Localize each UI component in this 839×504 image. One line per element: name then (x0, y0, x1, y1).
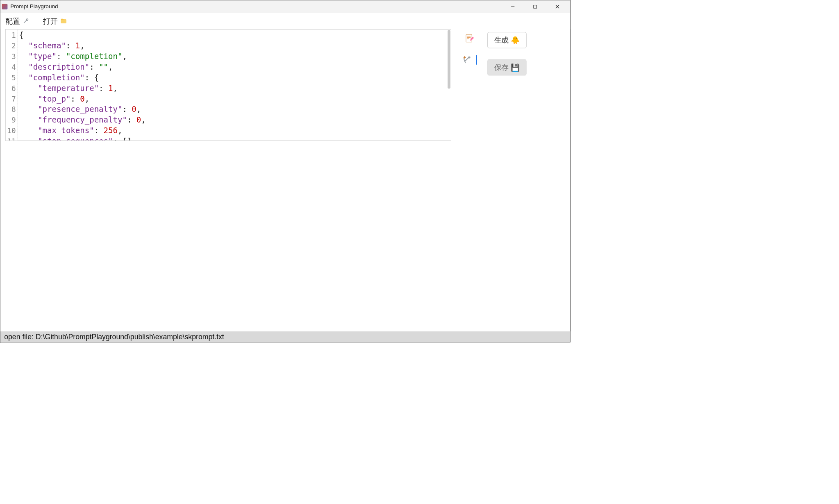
menu-config-label: 配置 (5, 16, 20, 26)
minimize-icon (511, 5, 515, 9)
generate-button[interactable]: 生成 🐥 (487, 32, 526, 48)
maximize-icon (533, 5, 537, 9)
svg-rect-1 (534, 5, 537, 8)
minimize-button[interactable] (507, 2, 518, 11)
app-icon (2, 4, 8, 9)
titlebar: Prompt Playground (0, 0, 571, 13)
save-label: 保存 (494, 63, 509, 73)
menubar: 配置 打开 (0, 13, 571, 29)
chick-icon: 🐥 (511, 36, 520, 44)
save-button[interactable]: 保存 💾 (487, 59, 526, 75)
edit-document-icon (464, 34, 474, 43)
action-buttons: 生成 🐥 保存 💾 (487, 29, 526, 328)
text-cursor-indicator (476, 55, 477, 65)
menu-config[interactable]: 配置 (5, 16, 29, 26)
tools-icon (462, 55, 472, 65)
line-gutter: 1234567891011 (6, 30, 18, 141)
tools-tool[interactable] (462, 55, 477, 65)
scrollbar-thumb[interactable] (448, 30, 450, 89)
statusbar: open file: D:\Github\PromptPlayground\pu… (0, 331, 571, 343)
generate-label: 生成 (494, 35, 509, 45)
window-controls (507, 2, 569, 11)
wrench-icon (22, 18, 30, 25)
content-area: 1234567891011 { "schema": 1, "type": "co… (0, 29, 571, 331)
code-content[interactable]: { "schema": 1, "type": "completion", "de… (18, 30, 451, 141)
close-button[interactable] (552, 2, 563, 11)
svg-rect-4 (466, 34, 472, 42)
folder-icon (60, 18, 67, 25)
close-icon (555, 5, 560, 9)
window-title: Prompt Playground (10, 3, 507, 10)
side-toolbar (459, 29, 479, 328)
menu-open[interactable]: 打开 (43, 16, 67, 26)
floppy-icon: 💾 (511, 63, 520, 72)
edit-doc-tool[interactable] (464, 34, 474, 43)
menu-open-label: 打开 (43, 16, 57, 26)
status-text: open file: D:\Github\PromptPlayground\pu… (4, 333, 224, 341)
code-editor[interactable]: 1234567891011 { "schema": 1, "type": "co… (5, 29, 451, 141)
maximize-button[interactable] (530, 2, 541, 11)
